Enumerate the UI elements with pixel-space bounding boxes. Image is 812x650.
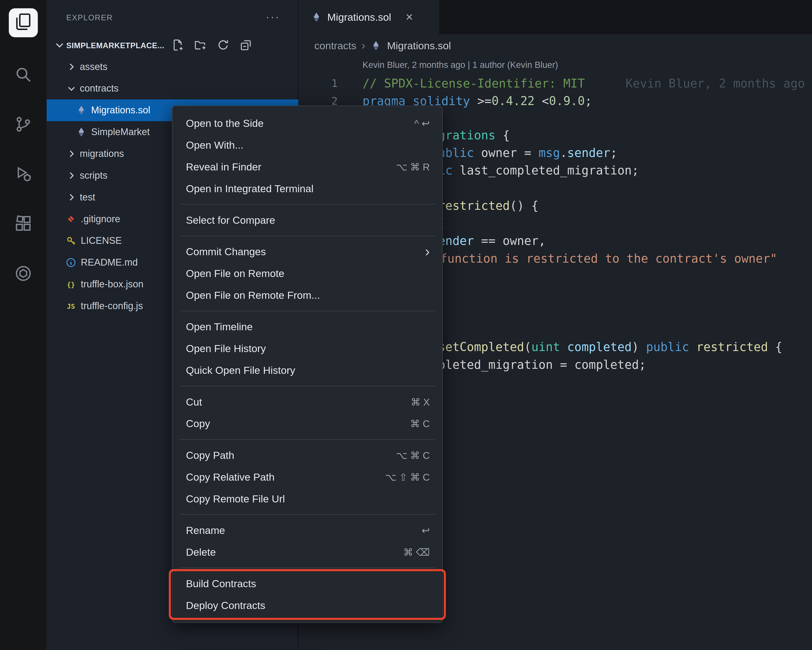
explorer-header: EXPLORER ··· xyxy=(47,0,298,34)
menu-item-label: Open File History xyxy=(186,343,430,354)
menu-item-open-file-on-remote-from[interactable]: Open File on Remote From... xyxy=(172,284,443,306)
menu-item-commit-changes[interactable]: Commit Changes› xyxy=(172,241,443,262)
code-token: function is restricted to the contract's… xyxy=(440,252,777,265)
menu-item-deploy-contracts[interactable]: Deploy Contracts xyxy=(172,594,443,616)
vscode-window: EXPLORER ··· SIMPLEMARKETPLACE... assets… xyxy=(0,0,812,650)
menu-item-open-file-history[interactable]: Open File History xyxy=(172,338,443,360)
menu-item-build-contracts[interactable]: Build Contracts xyxy=(172,573,443,595)
code-fragment: ublic owner = msg.sender; xyxy=(438,144,617,162)
menu-item-cut[interactable]: Cut⌘ X xyxy=(172,391,443,413)
breadcrumb-file[interactable]: Migrations.sol xyxy=(387,40,451,51)
menu-item-open-to-the-side[interactable]: Open to the Side^ ↩ xyxy=(172,112,443,134)
menu-item-open-in-integrated-terminal[interactable]: Open in Integrated Terminal xyxy=(172,178,443,199)
tree-item-label: README.md xyxy=(81,257,138,269)
menu-item-copy-path[interactable]: Copy Path⌥ ⌘ C xyxy=(172,444,443,466)
activity-truffle-button[interactable] xyxy=(12,263,35,286)
code-token: owner = xyxy=(474,146,538,160)
activity-extensions-button[interactable] xyxy=(12,214,35,236)
menu-item-shortcut: ⌘ X xyxy=(411,396,430,408)
menu-item-label: Quick Open File History xyxy=(186,364,430,376)
menu-item-label: Copy Relative Path xyxy=(186,471,385,483)
code-fragment: grations { xyxy=(438,127,510,144)
chevron-right-icon xyxy=(65,169,78,182)
code-token: // SPDX-License-Identifier: MIT xyxy=(362,76,585,90)
workspace-section-header[interactable]: SIMPLEMARKETPLACE... xyxy=(47,34,298,56)
code-token: ender xyxy=(438,234,474,247)
code-token: last_completed_migration; xyxy=(453,164,639,177)
submenu-arrow-icon: › xyxy=(425,247,430,257)
menu-item-label: Copy xyxy=(186,418,410,429)
chevron-down-icon xyxy=(65,82,78,95)
key-icon xyxy=(65,235,77,247)
editor-tab-bar: Migrations.sol × xyxy=(298,0,812,34)
ethereum-icon xyxy=(76,105,87,116)
menu-item-open-with[interactable]: Open With... xyxy=(172,134,443,156)
menu-item-shortcut: ⌘ ⌫ xyxy=(403,546,430,558)
menu-item-label: Reveal in Finder xyxy=(186,161,396,172)
tab-migrations-sol[interactable]: Migrations.sol × xyxy=(298,0,439,34)
tree-item-label: assets xyxy=(80,61,107,73)
menu-item-reveal-in-finder[interactable]: Reveal in Finder⌥ ⌘ R xyxy=(172,156,443,178)
menu-item-copy[interactable]: Copy⌘ C xyxy=(172,413,443,435)
menu-separator xyxy=(180,204,435,204)
menu-item-label: Delete xyxy=(186,546,403,558)
refresh-icon[interactable] xyxy=(217,39,230,51)
menu-item-label: Deploy Contracts xyxy=(186,600,430,611)
annotation-highlight-group: Build ContractsDeploy Contracts xyxy=(172,573,443,616)
code-token: ) xyxy=(632,340,646,354)
more-actions-icon[interactable]: ··· xyxy=(266,15,280,20)
menu-group: Commit Changes›Open File on RemoteOpen F… xyxy=(172,241,443,306)
code-token: setCompleted xyxy=(438,340,524,354)
close-icon[interactable]: × xyxy=(406,12,413,22)
json-icon: {} xyxy=(65,279,77,290)
menu-item-copy-remote-file-url[interactable]: Copy Remote File Url xyxy=(172,488,443,510)
menu-item-quick-open-file-history[interactable]: Quick Open File History xyxy=(172,360,443,381)
code-fragment: setCompleted(uint completed) public rest… xyxy=(438,338,782,356)
code-token: ublic xyxy=(438,146,474,160)
tree-item-contracts[interactable]: contracts xyxy=(47,78,298,99)
activity-bar xyxy=(0,0,47,650)
menu-item-select-for-compare[interactable]: Select for Compare xyxy=(172,209,443,231)
code-token xyxy=(560,340,567,354)
menu-separator xyxy=(180,311,435,311)
menu-item-label: Open to the Side xyxy=(186,117,414,129)
activity-source-control-button[interactable] xyxy=(12,114,35,137)
activity-search-button[interactable] xyxy=(12,64,35,87)
new-file-icon[interactable] xyxy=(171,39,184,51)
menu-item-label: Open File on Remote From... xyxy=(186,289,430,301)
tree-item-label: Migrations.sol xyxy=(91,105,150,116)
tree-item-assets[interactable]: assets xyxy=(47,56,298,78)
ethereum-icon xyxy=(311,11,322,23)
js-icon: JS xyxy=(65,300,77,312)
activity-files-button[interactable] xyxy=(9,8,38,37)
code-token: 0.4.22 xyxy=(491,94,534,108)
ethereum-icon xyxy=(371,40,382,51)
code-fragment: function is restricted to the contract's… xyxy=(440,250,777,267)
code-token: . xyxy=(560,146,567,160)
menu-item-label: Rename xyxy=(186,524,421,536)
new-folder-icon[interactable] xyxy=(194,39,207,51)
code-token: msg xyxy=(539,146,560,160)
tree-item-label: contracts xyxy=(80,83,119,94)
menu-item-label: Cut xyxy=(186,396,411,408)
collapse-all-icon[interactable] xyxy=(240,39,252,51)
menu-item-copy-relative-path[interactable]: Copy Relative Path⌥ ⇧ ⌘ C xyxy=(172,466,443,488)
code-token: { xyxy=(768,340,782,354)
menu-item-delete[interactable]: Delete⌘ ⌫ xyxy=(172,541,443,563)
chevron-right-icon: › xyxy=(362,39,365,52)
code-line: // SPDX-License-Identifier: MIT xyxy=(362,75,585,92)
menu-item-open-timeline[interactable]: Open Timeline xyxy=(172,316,443,338)
breadcrumb-contracts[interactable]: contracts xyxy=(314,40,357,51)
chevron-down-icon xyxy=(54,39,65,51)
search-icon xyxy=(15,66,32,85)
code-token: uint xyxy=(531,340,560,354)
code-token: == owner, xyxy=(474,234,546,247)
menu-item-open-file-on-remote[interactable]: Open File on Remote xyxy=(172,262,443,284)
code-fragment: restricted() { xyxy=(438,197,539,214)
menu-item-label: Open With... xyxy=(186,139,430,151)
activity-run-debug-button[interactable] xyxy=(12,164,35,186)
git-icon xyxy=(65,214,77,225)
tree-item-label: LICENSE xyxy=(81,235,122,247)
menu-item-rename[interactable]: Rename↩ xyxy=(172,519,443,541)
context-menu: Open to the Side^ ↩Open With...Reveal in… xyxy=(172,106,443,623)
